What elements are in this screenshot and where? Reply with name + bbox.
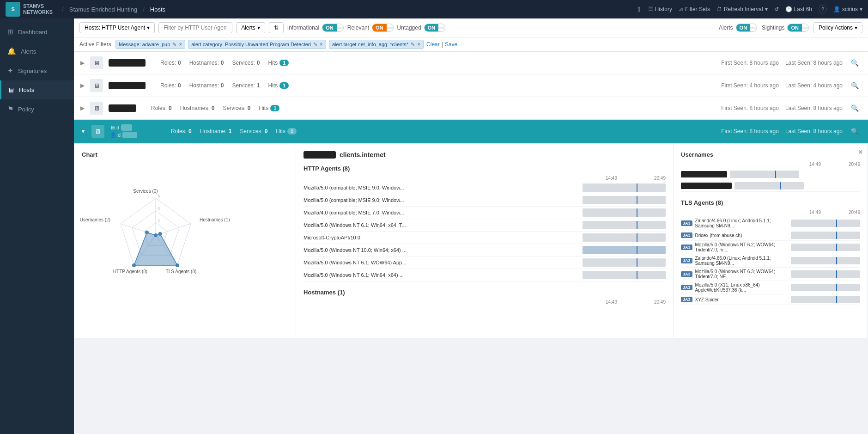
signatures-icon: ✦ [7,67,13,75]
sightings-on: ON [788,24,802,31]
refresh-interval-label: Refresh Interval [724,6,763,12]
sidebar-item-hosts[interactable]: 🖥 Hosts [0,80,74,99]
tls-badge: JA3 [681,285,692,290]
host-stats: Roles: 0 Hostnames: 0 Services: 1 Hits 1 [160,82,716,89]
breadcrumb-root[interactable]: Stamus Enriched Hunting [69,6,137,13]
sightings-toggle[interactable]: ON [787,24,809,32]
hostnames-time-start: 14:49 [606,300,617,305]
detail-close-button[interactable]: × [858,147,863,157]
agent-name: Mozilla/5.0 (compatible; MSIE 9.0; Windo… [303,185,579,190]
filter-tag-1-edit[interactable]: ✎ [172,42,176,48]
tls-badge: JA3 [681,245,692,250]
upload-button[interactable]: ⇧ [636,6,642,13]
expand-icon[interactable]: ▶ [80,105,85,111]
sidebar-item-signatures[interactable]: ✦ Signatures [0,61,74,80]
host-name [109,104,136,112]
tls-bar [791,296,860,303]
hits-badge: 1 [279,82,289,89]
alerts-right-toggle-group: Alerts ON [719,24,757,32]
hostnames-val: 0 [212,105,215,111]
filter-tag-2-edit[interactable]: ✎ [313,42,317,48]
relevant-toggle[interactable]: ON [372,24,394,32]
filter-tag-1-remove[interactable]: × [179,41,182,48]
alerts-dropdown-label: Alerts [241,24,255,31]
filter-input[interactable] [158,22,232,33]
search-icon-active[interactable]: 🔍 [848,127,862,136]
hostnames-section: Hostnames (1) 14:49 20:49 [303,289,666,305]
informational-toggle[interactable]: ON [322,24,344,32]
host-computer-icon-active: 🖥 [91,125,104,138]
agent-row: Mozilla/5.0 (compatible; MSIE 9.0; Windo… [303,182,666,194]
roles-val: 0 [188,128,192,134]
refresh-interval-button[interactable]: ⏱ Refresh Interval ▾ [716,6,768,12]
policy-actions-caret: ▾ [855,24,857,31]
active-last-seen: Last Seen: 8 hours ago [785,128,843,134]
http-time-end: 20:49 [654,176,666,181]
expand-icon-active[interactable]: ▼ [80,128,86,134]
expand-icon[interactable]: ▶ [80,60,85,66]
agent-bar [583,246,666,254]
relevant-on: ON [372,24,387,31]
informational-toggle-group: Informational ON [287,24,344,32]
user-menu[interactable]: 👤 scirius ▾ [833,6,862,12]
host-filter-dropdown[interactable]: Hosts: HTTP User Agent ▾ [79,22,155,33]
host-computer-icon: 🖥 [90,79,103,92]
alerts-dropdown[interactable]: Alerts ▾ [236,22,265,33]
sidebar-label-hosts: Hosts [19,86,34,93]
hosts-list: ▶ 🖥 Roles: 0 Hostnames: 0 Services: 0 Hi… [74,52,868,338]
svg-marker-8 [134,232,177,265]
username-redacted [681,171,727,177]
save-filters-link[interactable]: Save [445,41,457,48]
chart-section: Chart [74,144,296,338]
radar-chart: 2 4 6 Services (0) Hostnames (1) TLS Age… [82,164,230,302]
hits-badge-active: 1 [287,128,297,134]
host-row[interactable]: ▶ 🖥 Roles: 0 Hostnames: 0 Services: 0 Hi… [74,52,868,74]
agent-bar [583,196,666,204]
http-time-header: 14:49 20:49 [303,176,666,181]
agent-row: Mozilla/5.0 (Windows NT 6.1; WOW64) App.… [303,257,666,269]
filter-sets-button[interactable]: ⊿ Filter Sets [679,6,710,12]
untagged-toggle[interactable]: ON [424,24,446,32]
alerts-right-off [750,27,757,29]
active-host-row[interactable]: ▼ 🖥 🖥 d 👤 d Roles: 0 Hostname: 1 Servi [74,120,868,143]
host-name [109,59,146,67]
help-icon: ? [819,5,827,13]
sort-button[interactable]: ⇅ [269,22,284,33]
tls-row: JA3 XYZ Spider [681,294,860,305]
stat-roles: Roles: 0 [160,60,181,66]
seen-info: First Seen: 4 hours ago Last Seen: 4 hou… [721,82,843,89]
svg-point-13 [145,231,149,234]
stat-hostnames: Hostnames: 0 [180,105,215,111]
sidebar-item-alerts[interactable]: 🔔 Alerts [0,42,74,61]
tls-row: JA3 Mozilla/5.0 (Windows NT 6.2; WOW64; … [681,241,860,254]
breadcrumb-current: Hosts [150,6,165,13]
sidebar-item-dashboard[interactable]: ⊞ Dashboard [0,22,74,42]
last-6h-button[interactable]: 🕐 Last 6h [785,6,812,12]
filter-sets-label: Filter Sets [685,6,710,12]
help-button[interactable]: ? [819,5,827,13]
filter-tag-2-text: alert.category: Possibly Unwanted Progra… [191,42,311,47]
host-row[interactable]: ▶ 🖥 Roles: 0 Hostnames: 0 Services: 1 Hi… [74,74,868,97]
search-icon[interactable]: 🔍 [848,58,862,67]
sidebar-label-policy: Policy [18,106,34,113]
first-seen: First Seen: 8 hours ago [721,60,779,66]
host-row[interactable]: ▶ 🖥 Roles: 0 Hostnames: 0 Services: 0 Hi… [74,97,868,120]
username-bar [734,182,804,189]
filter-tag-2-remove[interactable]: × [320,41,323,48]
search-icon[interactable]: 🔍 [848,81,862,90]
policy-actions-button[interactable]: Policy Actions ▾ [813,22,862,33]
expand-icon[interactable]: ▶ [80,82,85,89]
sidebar-item-policy[interactable]: ⚑ Policy [0,99,74,119]
search-icon[interactable]: 🔍 [848,104,862,113]
alerts-right-toggle[interactable]: ON [736,24,758,32]
clear-filters-link[interactable]: Clear [426,41,440,48]
refresh-button[interactable]: ↺ [774,6,779,12]
tls-bar [791,284,860,291]
agent-name: Mozilla/5.0 (Windows NT 6.1; WOW64) App.… [303,260,579,265]
filter-tag-3-remove[interactable]: × [417,41,420,48]
right-controls: Alerts ON Sightings ON Policy Actions ▾ [719,22,862,33]
host-filter-caret: ▾ [147,24,150,31]
filter-tag-3-edit[interactable]: ✎ [411,42,415,48]
top-nav-right: ⇧ ☰ History ⊿ Filter Sets ⏱ Refresh Inte… [636,5,862,13]
history-button[interactable]: ☰ History [648,6,672,12]
